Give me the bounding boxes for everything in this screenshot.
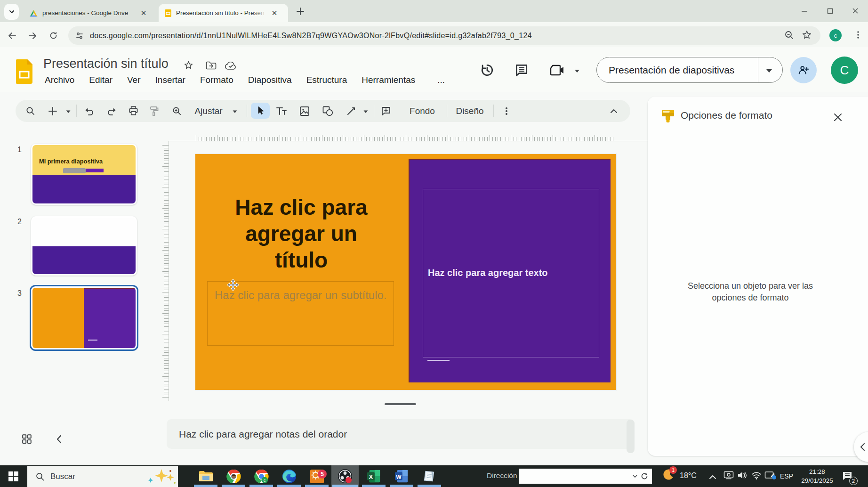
taskbar-notepad[interactable] — [416, 465, 442, 487]
minimize-icon — [801, 8, 808, 14]
window-maximize-button[interactable] — [823, 7, 837, 15]
slide-thumbnail-1[interactable]: MI primera diapositiva — [31, 144, 137, 205]
comments-button[interactable] — [514, 63, 529, 80]
taskbar-file-explorer[interactable] — [193, 465, 219, 487]
tray-language[interactable]: ESP — [780, 472, 793, 480]
body-placeholder-text: Haz clic para agregar texto — [428, 268, 548, 278]
tray-volume-icon[interactable] — [737, 471, 747, 481]
menu-overflow[interactable]: ... — [437, 75, 445, 85]
menu-archivo[interactable]: Archivo — [45, 75, 74, 85]
tray-cast-icon[interactable] — [723, 471, 734, 481]
taskbar-address-input[interactable] — [519, 469, 652, 484]
tab-close-icon[interactable]: ✕ — [270, 9, 279, 17]
back-button[interactable] — [8, 32, 17, 42]
tray-expand-button[interactable] — [709, 473, 716, 481]
version-history-button[interactable] — [480, 63, 495, 80]
taskbar-orange-app[interactable]: 5 — [304, 465, 330, 487]
start-button[interactable] — [0, 465, 27, 487]
window-minimize-button[interactable] — [797, 7, 812, 15]
document-title[interactable]: Presentación sin título — [43, 57, 169, 71]
chevron-down-icon[interactable] — [632, 474, 638, 478]
speaker-icon — [737, 471, 747, 479]
tray-pen-icon[interactable] — [764, 471, 776, 482]
tab-close-icon[interactable]: ✕ — [139, 9, 148, 17]
notification-center-button[interactable]: 2 — [842, 471, 853, 483]
menu-editar[interactable]: Editar — [89, 75, 113, 85]
speaker-notes-box[interactable]: Haz clic para agregar notas del orador — [167, 419, 635, 449]
title-placeholder-text[interactable]: Haz clic para agregar un título — [217, 194, 386, 273]
drive-icon — [29, 9, 38, 17]
meet-dropdown-icon[interactable] — [574, 69, 580, 73]
weather-button[interactable]: 1 — [662, 468, 675, 483]
bookmark-button[interactable] — [802, 30, 812, 42]
taskbar-edge[interactable] — [276, 465, 302, 487]
grid-view-icon — [22, 434, 32, 444]
present-button[interactable]: Presentación de diapositivas — [596, 57, 783, 83]
menu-diapositiva[interactable]: Diapositiva — [248, 75, 292, 85]
slide-thumbnail-3-selected[interactable] — [30, 285, 138, 351]
document-status-button[interactable] — [225, 62, 237, 72]
slide-thumbnail-2[interactable] — [31, 216, 137, 276]
notes-resize-handle[interactable] — [385, 403, 416, 405]
close-panel-button[interactable] — [833, 113, 843, 124]
grid-view-button[interactable] — [22, 434, 32, 446]
move-cursor — [227, 279, 239, 291]
meet-button[interactable] — [550, 64, 566, 78]
menu-ver[interactable]: Ver — [127, 75, 141, 85]
tray-wifi-icon[interactable] — [751, 471, 762, 481]
weather-temperature[interactable]: 18°C — [680, 471, 697, 480]
share-button[interactable] — [790, 57, 817, 83]
videocam-icon — [550, 64, 566, 76]
menu-herramientas[interactable]: Herramientas — [362, 75, 415, 85]
omnibox[interactable]: docs.google.com/presentation/d/1nnU1NulW… — [68, 26, 820, 45]
taskbar-chrome-profile2[interactable]: c — [248, 465, 274, 487]
menu-bar: Archivo Editar Ver Insertar Formato Diap… — [45, 75, 445, 85]
window-close-button[interactable] — [848, 7, 862, 15]
notes-scrollbar[interactable] — [627, 420, 635, 453]
menu-formato[interactable]: Formato — [200, 75, 233, 85]
zoom-button[interactable] — [784, 30, 795, 42]
browser-profile-avatar[interactable]: c — [829, 29, 842, 41]
reload-icon — [49, 31, 58, 40]
collapse-filmstrip-button[interactable] — [56, 435, 62, 446]
star-document-button[interactable] — [184, 60, 193, 72]
star-icon — [184, 60, 193, 70]
browser-menu-button[interactable] — [853, 30, 863, 41]
close-icon — [852, 8, 859, 14]
plus-icon — [296, 7, 305, 16]
running-indicator — [222, 485, 245, 487]
slides-logo — [16, 59, 32, 84]
word-icon: W — [394, 469, 409, 483]
slide-number: 1 — [17, 146, 22, 154]
taskbar-search-box[interactable]: Buscar — [27, 466, 178, 487]
taskbar-search-placeholder: Buscar — [50, 472, 75, 481]
go-refresh-icon[interactable] — [641, 472, 648, 480]
new-tab-button[interactable] — [294, 5, 307, 18]
svg-text:W: W — [396, 474, 402, 480]
subtitle-placeholder-text: Haz clic para agregar un subtítulo. — [215, 289, 387, 302]
present-dropdown-icon[interactable] — [765, 68, 773, 73]
svg-text:X: X — [369, 473, 373, 480]
forward-button[interactable] — [28, 32, 37, 42]
folder-move-icon — [206, 61, 217, 70]
tab-google-drive[interactable]: presentaciones - Google Drive ✕ — [23, 4, 152, 22]
tray-clock[interactable]: 21:28 29/01/2025 — [798, 467, 836, 485]
account-avatar[interactable]: C — [831, 57, 858, 84]
tab-presentation[interactable]: Presentación sin título - Presen ✕ — [159, 4, 288, 22]
taskbar-excel[interactable]: X — [361, 465, 387, 487]
slide-purple-shape[interactable]: Haz clic para agregar texto — [409, 159, 611, 382]
taskbar-chrome-profile1[interactable] — [220, 465, 247, 487]
tab-search-button[interactable] — [4, 4, 19, 20]
slide-editor[interactable]: Haz clic para agregar texto Haz clic par… — [195, 154, 616, 390]
site-settings-icon — [75, 31, 84, 41]
reload-button[interactable] — [49, 31, 58, 42]
menu-insertar[interactable]: Insertar — [155, 75, 185, 85]
move-document-button[interactable] — [206, 61, 217, 72]
chevron-left-icon — [56, 435, 62, 444]
windows-taskbar: Buscar — [0, 465, 868, 487]
taskbar-obs-active[interactable] — [331, 465, 359, 487]
body-placeholder-box[interactable]: Haz clic para agregar texto — [423, 189, 599, 357]
taskbar-word[interactable]: W — [388, 465, 415, 487]
menu-estructura[interactable]: Estructura — [306, 75, 347, 85]
excel-icon: X — [367, 469, 381, 483]
